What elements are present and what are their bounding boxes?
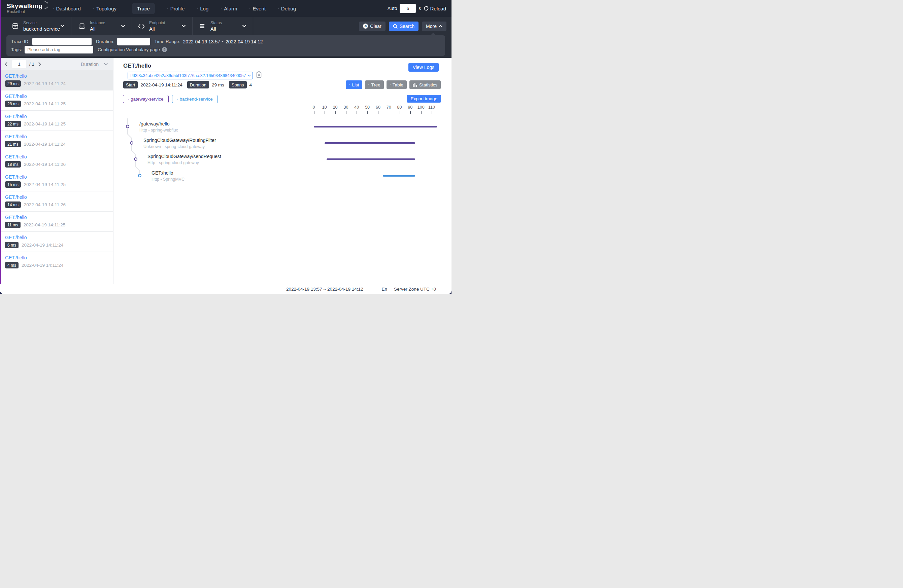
sort-dropdown[interactable]: Duration (81, 61, 108, 67)
nav-item-profile[interactable]: Profile (170, 6, 185, 11)
nav-right-controls: Auto s Reload (387, 4, 446, 13)
axis-tick-mark (378, 111, 379, 114)
trace-item-meta: 28 ms2022-04-19 14:11:25 (5, 100, 66, 107)
span-duration-bar[interactable] (383, 175, 415, 177)
dot-icon (390, 85, 390, 85)
vocabulary-link[interactable]: Configuration Vocabulary page ? (98, 47, 167, 52)
trace-list-item[interactable]: GET:/hello15 ms2022-04-19 14:11:25 (0, 171, 113, 191)
axis-tick-mark (335, 111, 336, 114)
span-name[interactable]: SpringCloudGateway/sendRequest (148, 154, 221, 159)
footer-server-zone[interactable]: Server Zone UTC +0 (394, 287, 436, 292)
clear-button[interactable]: ✕ Clear (359, 22, 385, 31)
span-name[interactable]: GET:/hello (151, 170, 173, 176)
mode-table-button[interactable]: Table (387, 80, 407, 89)
trace-list-item[interactable]: GET:/hello28 ms2022-04-19 14:11:25 (0, 91, 113, 111)
span-name[interactable]: /gateway/hello (139, 121, 170, 127)
view-mode-switcher: List Tree Table Statistics (346, 80, 441, 89)
chevron-left-icon (5, 62, 8, 66)
mode-statistics-button[interactable]: Statistics (409, 80, 441, 89)
chip-gateway-service[interactable]: gateway-service (123, 95, 169, 103)
trace-id-input[interactable] (32, 38, 91, 45)
trace-list-item[interactable]: GET:/hello14 ms2022-04-19 14:11:26 (0, 191, 113, 212)
logo-subtitle: Rocketbot (7, 10, 47, 14)
trace-item-timestamp: 2022-04-19 14:11:25 (24, 121, 66, 127)
trace-list-item[interactable]: GET:/hello6 ms2022-04-19 14:11:24 (0, 232, 113, 252)
footer-time-range[interactable]: 2022-04-19 13:57 ~ 2022-04-19 14:12 (286, 287, 363, 292)
mode-tree-button[interactable]: Tree (365, 80, 384, 89)
trace-item-title[interactable]: GET:/hello (5, 94, 27, 99)
span-name[interactable]: SpringCloudGateway/RoutingFilter (143, 138, 216, 143)
span-duration-bar[interactable] (324, 142, 415, 144)
start-value: 2022-04-19 14:11:24 (140, 82, 182, 88)
time-range-value[interactable]: 2022-04-19 13:57 ~ 2022-04-19 14:12 (183, 39, 263, 44)
auto-interval-input[interactable] (400, 4, 416, 13)
span-row[interactable]: GET:/helloHttp - SpringMVC (113, 168, 452, 184)
chip-backend-service[interactable]: backend-service (172, 95, 218, 103)
view-logs-button[interactable]: View Logs (408, 63, 439, 72)
trace-item-title[interactable]: GET:/hello (5, 114, 27, 119)
next-page-button[interactable] (38, 62, 42, 66)
span-node-dot[interactable] (130, 141, 133, 145)
span-duration-bar[interactable] (314, 126, 437, 127)
search-button[interactable]: Search (389, 22, 418, 31)
dot-icon (128, 99, 129, 100)
copy-clipboard-icon[interactable] (256, 71, 262, 79)
endpoint-selector[interactable]: Endpoint All (132, 17, 193, 35)
footer-language[interactable]: En (382, 287, 387, 292)
tags-input[interactable] (25, 46, 93, 53)
trace-item-title[interactable]: GET:/hello (5, 174, 27, 180)
trace-item-timestamp: 2022-04-19 14:11:26 (24, 202, 66, 207)
duration-input[interactable] (117, 38, 150, 45)
trace-item-title[interactable]: GET:/hello (5, 235, 27, 240)
search-icon (393, 24, 398, 28)
nav-item-topology[interactable]: Topology (96, 6, 116, 11)
trace-item-timestamp: 2022-04-19 14:11:26 (24, 162, 66, 167)
nav-item-alarm[interactable]: Alarm (224, 6, 237, 11)
trace-id-select[interactable]: f4f3f3c34abe4252a89d5bf103f776aa.32.1650… (127, 72, 253, 79)
more-panel: Trace ID: Duration: Time Range: 2022-04-… (6, 35, 445, 56)
trace-list-item[interactable]: GET:/hello29 ms2022-04-19 14:11:24 (0, 70, 113, 91)
trace-list-item[interactable]: GET:/hello21 ms2022-04-19 14:11:24 (0, 131, 113, 151)
timeline-axis: 0102030405060708090100110 (113, 105, 452, 115)
trace-list-item[interactable]: GET:/hello11 ms2022-04-19 14:11:25 (0, 212, 113, 232)
span-row[interactable]: /gateway/helloHttp - spring-webflux (113, 118, 452, 135)
trace-list-item[interactable]: GET:/hello18 ms2022-04-19 14:11:26 (0, 151, 113, 171)
trace-item-title[interactable]: GET:/hello (5, 134, 27, 139)
time-range-label: Time Range: (154, 39, 181, 44)
page-number-input[interactable] (12, 60, 26, 68)
instance-selector[interactable]: Instance All (71, 17, 132, 35)
service-selector[interactable]: Service backend-service (0, 17, 71, 35)
duration-badge: Duration (187, 81, 209, 88)
nav-item-trace[interactable]: Trace (132, 3, 155, 14)
duration-label: Duration: (96, 39, 115, 44)
axis-tick-mark (346, 111, 346, 114)
more-button[interactable]: More (422, 22, 447, 31)
span-row[interactable]: SpringCloudGateway/sendRequestHttp - spr… (113, 151, 452, 168)
trace-item-title[interactable]: GET:/hello (5, 215, 27, 220)
mode-list-button[interactable]: List (346, 80, 362, 89)
trace-item-meta: 15 ms2022-04-19 14:11:25 (5, 181, 66, 188)
more-panel-arrow (431, 33, 436, 35)
trace-item-title[interactable]: GET:/hello (5, 194, 27, 200)
trace-list-item[interactable]: GET:/hello22 ms2022-04-19 14:11:25 (0, 111, 113, 131)
nav-item-log[interactable]: Log (200, 6, 208, 11)
nav-item-event[interactable]: Event (253, 6, 265, 11)
export-image-button[interactable]: Export image (407, 95, 441, 103)
span-node-dot[interactable] (126, 125, 129, 128)
trace-item-duration-badge: 22 ms (5, 121, 21, 127)
trace-item-title[interactable]: GET:/hello (5, 255, 27, 260)
nav-item-debug[interactable]: Debug (281, 6, 296, 11)
trace-list-item[interactable]: GET:/hello4 ms2022-04-19 14:11:24 (0, 252, 113, 272)
reload-button[interactable]: Reload (423, 6, 446, 11)
logo-title: Skywalking (7, 3, 43, 9)
span-duration-bar[interactable] (327, 158, 415, 160)
app-logo[interactable]: Skywalking Rocketbot (7, 3, 47, 14)
prev-page-button[interactable] (4, 62, 8, 66)
nav-item-dashboard[interactable]: Dashboard (56, 6, 81, 11)
status-selector[interactable]: Status All (193, 17, 253, 35)
span-row[interactable]: SpringCloudGateway/RoutingFilterUnknown … (113, 135, 452, 151)
spans-value: 4 (250, 82, 252, 88)
trace-item-title[interactable]: GET:/hello (5, 73, 27, 79)
trace-item-title[interactable]: GET:/hello (5, 154, 27, 160)
axis-tick-mark (357, 111, 357, 114)
